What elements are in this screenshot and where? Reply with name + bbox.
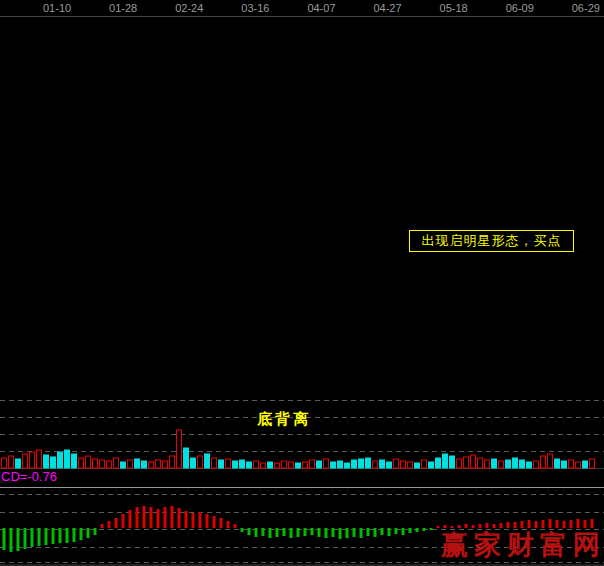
stock-chart-window: 01-10 01-28 02-24 03-16 04-07 04-27 05-1… [0, 0, 604, 566]
chart-canvas[interactable] [0, 0, 604, 566]
macd-value-label: CD=-0.76 [1, 469, 57, 484]
buy-point-annotation: 出现启明星形态，买点 [409, 230, 574, 252]
watermark: 赢家财富网 [441, 527, 604, 563]
divergence-label: 底背离 [257, 410, 311, 429]
